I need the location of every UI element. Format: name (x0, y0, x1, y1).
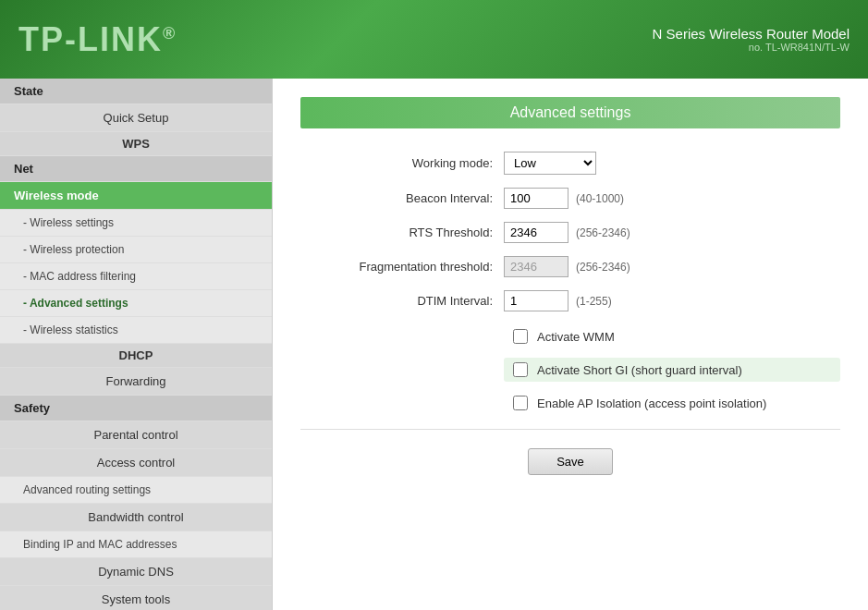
activate-short-gi-row: Activate Short GI (short guard interval) (504, 358, 840, 382)
logo-reg: ® (163, 24, 177, 43)
activate-short-gi-label: Activate Short GI (short guard interval) (537, 363, 742, 377)
dtim-row: DTIM Interval: (1-255) (300, 290, 840, 311)
model-title: N Series Wireless Router Model (653, 26, 850, 42)
sidebar-item-state[interactable]: State (0, 79, 272, 104)
fragmentation-label: Fragmentation threshold: (300, 260, 504, 274)
sidebar-item-parental-control[interactable]: Parental control (0, 421, 272, 449)
sidebar-item-wps[interactable]: WPS (0, 132, 272, 156)
divider (300, 429, 840, 430)
rts-threshold-control: (256-2346) (504, 222, 630, 243)
enable-ap-isolation-checkbox[interactable] (513, 396, 528, 410)
dtim-label: DTIM Interval: (300, 294, 504, 308)
beacon-interval-hint: (40-1000) (576, 192, 624, 205)
header: TP-LINK® N Series Wireless Router Model … (0, 0, 868, 79)
enable-ap-isolation-row: Enable AP Isolation (access point isolat… (504, 391, 840, 415)
activate-wmm-label: Activate WMM (537, 330, 615, 344)
main-layout: State Quick Setup WPS Net Wireless mode … (0, 79, 868, 610)
dtim-hint: (1-255) (576, 295, 612, 308)
rts-threshold-hint: (256-2346) (576, 226, 630, 239)
working-mode-control: Low Medium High (504, 152, 596, 175)
sidebar-item-access-control[interactable]: Access control (0, 449, 272, 477)
fragmentation-input[interactable] (504, 256, 568, 277)
sidebar-item-dynamic-dns[interactable]: Dynamic DNS (0, 558, 272, 586)
logo-text: TP-LINK (18, 20, 163, 58)
rts-threshold-row: RTS Threshold: (256-2346) (300, 222, 840, 243)
fragmentation-row: Fragmentation threshold: (256-2346) (300, 256, 840, 277)
beacon-interval-row: Beacon Interval: (40-1000) (300, 188, 840, 209)
activate-wmm-checkbox[interactable] (513, 329, 528, 344)
sidebar-item-dhcp[interactable]: DHCP (0, 344, 272, 368)
sidebar-item-forwarding[interactable]: Forwarding (0, 368, 272, 396)
activate-short-gi-checkbox[interactable] (513, 362, 528, 377)
working-mode-label: Working mode: (300, 156, 504, 170)
save-area: Save (300, 448, 840, 475)
fragmentation-hint: (256-2346) (576, 261, 630, 274)
logo: TP-LINK® (18, 20, 177, 59)
page-title: Advanced settings (300, 97, 840, 128)
sidebar-item-net[interactable]: Net (0, 156, 272, 182)
sidebar-item-advanced-routing[interactable]: Advanced routing settings (0, 477, 272, 504)
sidebar-item-safety[interactable]: Safety (0, 396, 272, 421)
sidebar-item-wireless-mode[interactable]: Wireless mode (0, 182, 272, 210)
sidebar-item-wireless-statistics[interactable]: - Wireless statistics (0, 317, 272, 344)
beacon-interval-label: Beacon Interval: (300, 191, 504, 205)
sidebar: State Quick Setup WPS Net Wireless mode … (0, 79, 273, 610)
dtim-control: (1-255) (504, 290, 612, 311)
sidebar-item-mac-address-filtering[interactable]: - MAC address filtering (0, 263, 272, 290)
working-mode-row: Working mode: Low Medium High (300, 152, 840, 175)
checkbox-area: Activate WMM Activate Short GI (short gu… (504, 324, 840, 415)
working-mode-select[interactable]: Low Medium High (504, 152, 596, 175)
activate-wmm-row: Activate WMM (504, 324, 840, 348)
rts-threshold-label: RTS Threshold: (300, 226, 504, 239)
sidebar-item-binding-ip-mac[interactable]: Binding IP and MAC addresses (0, 531, 272, 558)
header-model: N Series Wireless Router Model no. TL-WR… (653, 26, 850, 53)
sidebar-item-advanced-settings[interactable]: - Advanced settings (0, 290, 272, 317)
save-button[interactable]: Save (528, 448, 613, 475)
enable-ap-isolation-label: Enable AP Isolation (access point isolat… (537, 396, 766, 410)
beacon-interval-input[interactable] (504, 188, 568, 209)
dtim-input[interactable] (504, 290, 568, 311)
model-number: no. TL-WR841N/TL-W (653, 42, 850, 53)
fragmentation-control: (256-2346) (504, 256, 630, 277)
rts-threshold-input[interactable] (504, 222, 568, 243)
sidebar-item-wireless-protection[interactable]: - Wireless protection (0, 237, 272, 263)
sidebar-item-bandwidth-control[interactable]: Bandwidth control (0, 504, 272, 531)
sidebar-item-system-tools[interactable]: System tools (0, 586, 272, 610)
beacon-interval-control: (40-1000) (504, 188, 624, 209)
sidebar-item-quick-setup[interactable]: Quick Setup (0, 104, 272, 132)
sidebar-item-wireless-settings[interactable]: - Wireless settings (0, 210, 272, 237)
content-area: Advanced settings Working mode: Low Medi… (273, 79, 868, 610)
